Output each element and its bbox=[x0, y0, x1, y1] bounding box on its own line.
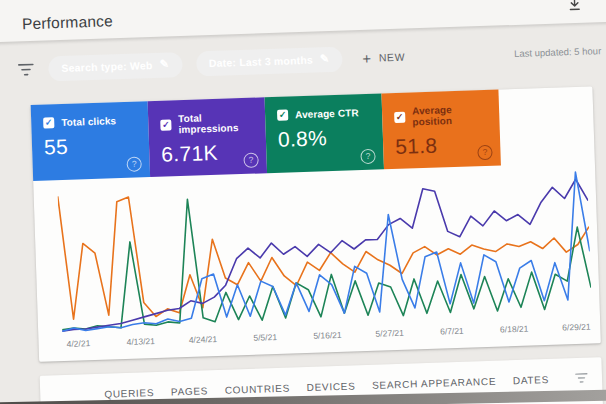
tab-queries[interactable]: QUERIES bbox=[104, 387, 154, 400]
checked-checkbox-icon[interactable]: ✓ bbox=[43, 117, 54, 128]
tab-countries[interactable]: COUNTRIES bbox=[225, 383, 291, 396]
x-tick-label: 4/13/21 bbox=[126, 336, 155, 347]
metric-label: Average position bbox=[412, 103, 490, 128]
metric-tile-average-position[interactable]: ✓Average position51.8? bbox=[381, 90, 500, 170]
app-window: Performance Search type: Web ✎ Date: Las… bbox=[0, 0, 606, 404]
x-tick-label: 4/2/21 bbox=[67, 338, 91, 349]
chart-canvas bbox=[57, 169, 592, 336]
pencil-icon: ✎ bbox=[159, 58, 169, 69]
help-icon[interactable]: ? bbox=[477, 145, 492, 160]
chip-label: Date: Last 3 months bbox=[209, 54, 313, 69]
metric-value: 0.8% bbox=[278, 125, 374, 152]
new-filter-label: NEW bbox=[379, 51, 406, 64]
checked-checkbox-icon[interactable]: ✓ bbox=[394, 111, 405, 122]
export-download-icon[interactable] bbox=[567, 0, 582, 15]
tab-devices[interactable]: DEVICES bbox=[306, 380, 355, 393]
filter-chip-date[interactable]: Date: Last 3 months ✎ bbox=[196, 46, 343, 76]
metric-value: 55 bbox=[44, 132, 140, 159]
performance-chart[interactable] bbox=[57, 169, 592, 336]
x-tick-label: 5/5/21 bbox=[253, 332, 277, 343]
checked-checkbox-icon[interactable]: ✓ bbox=[277, 110, 288, 121]
tab-pages[interactable]: PAGES bbox=[171, 385, 209, 397]
metric-value: 51.8 bbox=[395, 132, 491, 159]
performance-card: ✓Total clicks55?✓Total impressions6.71K?… bbox=[31, 86, 601, 361]
chart-line-total-impressions bbox=[58, 179, 592, 331]
help-icon[interactable]: ? bbox=[360, 149, 375, 164]
pencil-icon: ✎ bbox=[320, 53, 330, 64]
x-tick-label: 5/16/21 bbox=[313, 330, 342, 341]
x-tick-label: 6/18/21 bbox=[500, 324, 529, 335]
metric-label: Average CTR bbox=[295, 107, 359, 120]
chip-label: Search type: Web bbox=[61, 59, 152, 74]
table-filter-funnel-icon[interactable] bbox=[575, 373, 588, 383]
filter-chip-search-type[interactable]: Search type: Web ✎ bbox=[48, 52, 182, 81]
x-tick-label: 6/7/21 bbox=[440, 326, 464, 337]
help-icon[interactable]: ? bbox=[243, 153, 258, 168]
metric-label: Total clicks bbox=[61, 115, 116, 128]
chart-line-total-clicks bbox=[57, 172, 591, 332]
metric-value: 6.71K bbox=[161, 140, 257, 167]
metric-tiles: ✓Total clicks55?✓Total impressions6.71K?… bbox=[31, 86, 595, 181]
x-tick-label: 4/24/21 bbox=[189, 334, 218, 345]
help-icon[interactable]: ? bbox=[126, 156, 141, 171]
filter-funnel-icon[interactable] bbox=[17, 62, 34, 76]
tab-dates[interactable]: DATES bbox=[513, 374, 549, 386]
metric-label: Total impressions bbox=[178, 111, 256, 136]
x-tick-label: 6/29/21 bbox=[562, 322, 591, 333]
metric-tile-total-clicks[interactable]: ✓Total clicks55? bbox=[31, 101, 150, 181]
plus-icon: + bbox=[362, 50, 372, 65]
metric-tile-average-ctr[interactable]: ✓Average CTR0.8%? bbox=[265, 93, 384, 173]
new-filter-button[interactable]: + NEW bbox=[362, 49, 405, 65]
last-updated-text: Last updated: 5 hour bbox=[514, 44, 606, 58]
screenshot-frame: Performance Search type: Web ✎ Date: Las… bbox=[0, 0, 606, 404]
page-title: Performance bbox=[22, 12, 113, 33]
metric-tile-total-impressions[interactable]: ✓Total impressions6.71K? bbox=[148, 97, 267, 177]
x-tick-label: 5/27/21 bbox=[375, 328, 404, 339]
checked-checkbox-icon[interactable]: ✓ bbox=[160, 119, 171, 130]
tab-search-appearance[interactable]: SEARCH APPEARANCE bbox=[372, 376, 496, 391]
